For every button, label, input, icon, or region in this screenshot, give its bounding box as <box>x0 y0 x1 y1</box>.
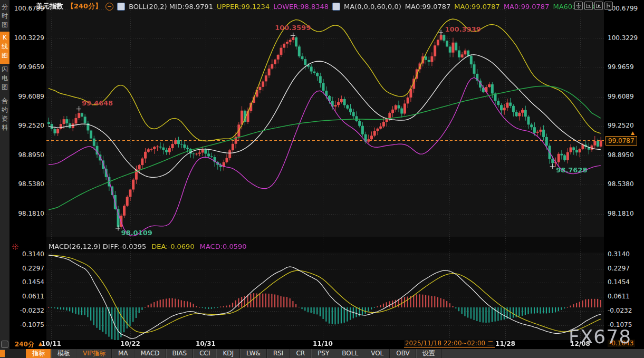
macd-tick-label: -0.0232 <box>608 307 642 314</box>
period-badge: 【240分】 <box>67 2 102 11</box>
selected-candle-datetime: 2025/11/18 22:00~02:00 二 <box>404 340 495 348</box>
price-tick-label: 98.1810 <box>12 210 44 217</box>
collapse-icon[interactable]: − <box>105 3 113 11</box>
boll-indicator-chip-icon[interactable] <box>117 3 125 11</box>
toolbar-item-模板[interactable]: 模板 <box>51 349 76 358</box>
sidebar-item-2[interactable]: K线图 <box>0 32 9 64</box>
period-label[interactable]: 240分 <box>15 340 34 349</box>
macd-tick-label: -0.1075 <box>608 321 642 328</box>
chart-header: 美元指数 【240分】 − BOLL(20,2) MID:98.9791 UPP… <box>36 2 603 11</box>
sidebar-item-1[interactable]: 分时图 <box>0 1 9 32</box>
toolbar-item-lw[interactable]: LW& <box>240 349 267 358</box>
toolbar-item-kdj[interactable]: KDJ <box>216 349 240 358</box>
price-tick-label: 98.8950 <box>608 151 642 159</box>
macd-tick-label: 0.1454 <box>608 278 642 286</box>
toolbar-item-cci[interactable]: CCI <box>193 349 216 358</box>
sidebar-item-4[interactable]: 合约资料 <box>0 95 9 137</box>
boll-lower-value: LOWER:98.8348 <box>273 3 329 11</box>
shift-right-icon[interactable] <box>604 2 613 10</box>
x-scale-icon[interactable] <box>584 2 593 10</box>
chart-canvas[interactable] <box>46 0 604 340</box>
ma0-value-yellow: MA0:99.0787 <box>454 3 500 11</box>
date-tick-label: 10/22 <box>120 340 140 347</box>
ma0-value-white: MA0:99.0787 <box>405 3 451 11</box>
price-tick-label: 100.3229 <box>608 34 642 42</box>
price-tick-label: 99.6089 <box>608 93 642 100</box>
ma-indicator-chip-icon[interactable] <box>332 3 340 11</box>
toolbar-item-设置[interactable]: 设置 <box>416 349 441 358</box>
ma0-value-magenta: MA0:99.0787 <box>504 3 550 11</box>
toolbar-item-rsi[interactable]: RSI <box>267 349 290 358</box>
date-tick-label: 11/28 <box>495 340 515 347</box>
toolbar-item-指标[interactable]: 指标 <box>26 349 51 358</box>
chart-tool-buttons <box>574 2 613 10</box>
macd-diff-value: MACD(26,12,9) DIFF:-0.0395 <box>49 243 146 250</box>
toolbar-item-boll[interactable]: BOLL <box>335 349 364 358</box>
price-tick-label: 98.5380 <box>12 180 44 188</box>
toolbar-item-cr[interactable]: CR <box>290 349 311 358</box>
price-tick-label: 100.3229 <box>12 34 44 42</box>
current-price-box: 99.0787 <box>605 136 637 146</box>
date-tick-label: 12/08 <box>570 340 590 347</box>
date-tick-label: 10/31 <box>196 340 216 347</box>
boll-values: BOLL(20,2) MID:98.9791 <box>129 3 213 11</box>
axis-lock-icon[interactable] <box>1 341 8 348</box>
macd-tick-label: -0.0232 <box>12 307 44 314</box>
price-tick-label: 99.6089 <box>12 93 44 100</box>
macd-tick-label: -0.1075 <box>12 321 44 328</box>
macd-tick-label: 0.3140 <box>608 250 642 258</box>
symbol-name: 美元指数 <box>36 2 63 11</box>
pan-cross-icon[interactable] <box>574 2 583 10</box>
active-period-swatch-icon[interactable] <box>0 350 5 357</box>
toolbar-item-ma[interactable]: MA <box>112 349 134 358</box>
chart-application-window: 分时图K线图闪电图合约资料 美元指数 【240分】 − BOLL(20,2) M… <box>0 0 644 358</box>
playback-icon[interactable] <box>594 2 603 10</box>
sidebar-item-3[interactable]: 闪电图 <box>0 63 9 95</box>
macd-pane-header: MACD(26,12,9) DIFF:-0.0395 DEA:-0.0690 M… <box>49 243 247 250</box>
macd-macd-value: MACD:0.0590 <box>200 243 247 250</box>
price-tick-label: 99.2520 <box>608 122 642 129</box>
toolbar-item-vip指标[interactable]: VIP指标 <box>76 349 112 358</box>
price-up-arrow-icon: ▲ <box>631 130 635 136</box>
toolbar-item-bias[interactable]: BIAS <box>166 349 194 358</box>
toolbar-item-psy[interactable]: PSY <box>311 349 335 358</box>
macd-tick-label: 0.0611 <box>608 293 642 300</box>
toolbar-item-macd[interactable]: MACD <box>134 349 166 358</box>
toolbar-item-vol[interactable]: VOL <box>364 349 390 358</box>
toolbar-spacer <box>5 349 26 358</box>
price-tick-label: 98.1810 <box>608 210 642 217</box>
toolbar-item-obv[interactable]: OBV <box>390 349 416 358</box>
macd-tick-label: 0.1454 <box>12 278 44 286</box>
macd-tick-label: 0.0611 <box>12 293 44 300</box>
macd-tick-label: 0.2297 <box>12 265 44 272</box>
time-axis: 240分 ▲ 2025/11/18 22:00~02:00 二 10/1110/… <box>0 340 644 349</box>
left-sidebar: 分时图K线图闪电图合约资料 <box>0 0 9 358</box>
macd-dea-value: DEA:-0.0690 <box>151 243 194 250</box>
price-tick-label: 98.5380 <box>608 180 642 188</box>
boll-upper-value: UPPER:99.1234 <box>217 3 270 11</box>
ma-params: MA(0,0,0,60,0,0) <box>344 3 401 11</box>
price-tick-label: 99.2520 <box>12 122 44 129</box>
date-tick-label: 10/11 <box>41 340 61 347</box>
star-burst-icon[interactable] <box>12 243 19 253</box>
date-tick-label: 11/10 <box>313 340 333 347</box>
bottom-toolbar: 指标模板VIP指标MAMACDBIASCCIKDJLW&RSICRPSYBOLL… <box>0 349 644 358</box>
price-tick-label: 98.8950 <box>12 151 44 159</box>
price-tick-label: 99.9659 <box>608 63 642 71</box>
price-tick-label: 99.9659 <box>12 63 44 71</box>
macd-tick-label: 0.2297 <box>608 265 642 272</box>
